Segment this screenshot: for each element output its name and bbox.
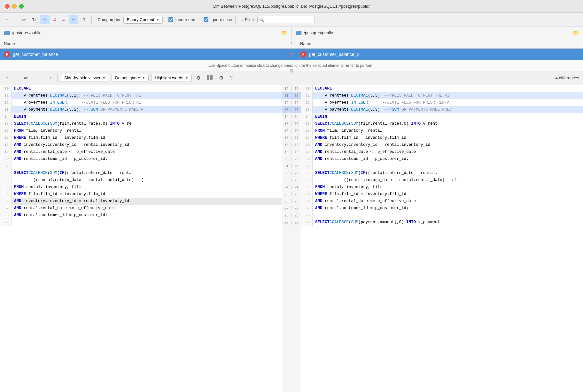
line-number-12: 21 <box>301 162 313 169</box>
line-content-11: AND rental.customer_id = p_customer_id; <box>12 155 282 162</box>
left-path-folder-icon[interactable]: 📁 <box>281 30 288 36</box>
close-button[interactable] <box>5 4 10 9</box>
minimize-button[interactable] <box>12 4 17 9</box>
line-number-14: 23 <box>301 176 313 184</box>
compare-by-dropdown[interactable]: Binary Content ▼ <box>123 16 163 24</box>
title-bar: Diff Between 'PostgreSQL 11://postgres/p… <box>0 0 583 13</box>
left-name-label: Name <box>4 41 15 46</box>
file-row[interactable]: F get_customer_balance ≠ F get_customer_… <box>0 49 583 60</box>
ignore-mode-dropdown[interactable]: Do not ignore ▼ <box>112 74 149 82</box>
svg-rect-4 <box>207 75 209 80</box>
gutter-line-1: 1010 <box>282 85 301 92</box>
left-col-header: Name <box>0 41 287 46</box>
svg-rect-3 <box>296 31 298 32</box>
line-content-6: SELECT COALESCE(SUM(film.rental_rate),0)… <box>313 120 583 127</box>
line-content-10: AND rental.rental_date <= p_effective_da… <box>12 148 282 155</box>
diff-container: 10DECLARE11 v_rentfees DECIMAL(5,2); --#… <box>0 85 583 392</box>
gutter-line-14: 2323 <box>282 176 301 184</box>
filter-section: » Filter: 🔍 <box>241 16 315 23</box>
line-content-7: FROM film, inventory, rental <box>12 127 282 134</box>
gutter-left-num-18: 27 <box>283 206 290 210</box>
gutter-right-num-4: 13 <box>293 108 300 112</box>
gutter-right-num-19: 28 <box>293 213 300 217</box>
line-content-18: AND rental.rental_date <= p_effective_da… <box>12 205 282 212</box>
right-path-pane: /postgres/public 📁 <box>292 27 583 39</box>
line-content-15: FROM rental, inventory, film <box>313 184 583 191</box>
diff-line-7: 16 FROM film, inventory, rental <box>0 127 282 134</box>
ignore-order-checkbox[interactable] <box>168 17 173 22</box>
left-file-name: get_customer_balance <box>13 52 58 57</box>
line-content-13: SELECT COALESCE(SUM(IF((rental.return_da… <box>12 169 282 176</box>
diff-line-14: 23 ((rental.return_date - rental.rental_… <box>0 176 282 184</box>
line-number-9: 18 <box>0 141 12 148</box>
gutter-line-9: 1818 <box>282 141 301 148</box>
down-btn[interactable]: ↓ <box>12 16 19 24</box>
separator-1 <box>91 16 92 24</box>
gutter-left-num-9: 18 <box>283 143 290 147</box>
viewer-mode-dropdown[interactable]: Side-by-side viewer ▼ <box>61 74 109 82</box>
next-diff-btn[interactable]: → <box>40 15 50 24</box>
line-content-17: AND rental.rental_date <= p_effective_da… <box>313 198 583 205</box>
compare-by-value: Binary Content <box>127 17 154 22</box>
gear-btn[interactable]: ⚙ <box>217 74 225 82</box>
star-label: * <box>291 41 292 46</box>
gutter-left-num-15: 24 <box>283 185 290 189</box>
viewer-mode-arrow: ▼ <box>102 76 105 80</box>
maximize-button[interactable] <box>19 4 24 9</box>
line-content-17: AND inventory.inventory_id = rental.inve… <box>12 198 282 205</box>
line-content-1: DECLARE <box>313 85 583 92</box>
line-number-2: 11 <box>301 92 313 99</box>
gutter-right-num-5: 14 <box>293 115 300 119</box>
line-content-6: SELECT COALESCE(SUM(film.rental_rate),0)… <box>12 120 282 127</box>
line-number-3: 12 <box>301 99 313 106</box>
diff-line-18: 27 AND rental.customer_id = p_customer_i… <box>301 205 583 212</box>
back-btn[interactable]: ← <box>69 15 78 24</box>
line-number-20: 29 <box>0 219 12 226</box>
ignore-case-checkbox[interactable] <box>204 17 208 22</box>
diff-line-15: 24 FROM rental, inventory, film <box>301 184 583 191</box>
help-btn[interactable]: ? <box>228 74 235 82</box>
viewer-toolbar: ↑ ↓ ✏ ← → Side-by-side viewer ▼ Do not i… <box>0 71 583 85</box>
line-content-9: AND inventory.inventory_id = rental.inve… <box>12 141 282 148</box>
line-number-14: 23 <box>0 176 12 184</box>
right-path-folder-icon[interactable]: 📁 <box>573 30 579 36</box>
line-content-10: AND rental.rental_date <= p_effective_da… <box>313 148 583 155</box>
up-btn[interactable]: ↑ <box>4 16 10 24</box>
line-content-12 <box>313 162 583 169</box>
refresh-btn[interactable]: ↻ <box>30 16 38 24</box>
merge-btn[interactable]: ⇑ <box>80 15 88 24</box>
line-content-20: SELECT COALESCE(SUM(payment.amount),0) I… <box>313 219 583 226</box>
right-path-text: /postgres/public <box>304 30 333 35</box>
next-change-btn[interactable]: ↓ <box>13 74 19 82</box>
info-bar-dot <box>290 69 293 73</box>
line-number-2: 11 <box>0 92 12 99</box>
settings-sliders-btn[interactable]: ⚙ <box>194 74 202 82</box>
line-number-13: 22 <box>301 169 313 176</box>
prev-change-btn[interactable]: ↑ <box>4 74 10 82</box>
edit-btn[interactable]: ✏ <box>20 16 28 24</box>
gutter-right-num-1: 10 <box>293 87 300 90</box>
diff-line-1: 10DECLARE <box>0 85 282 92</box>
line-number-4: 13 <box>0 106 12 113</box>
filter-label: » Filter: <box>241 17 255 22</box>
diff-line-2: 11 v_rentfees DECIMAL(5,3); --#FEES PAID… <box>301 92 583 99</box>
path-bar: /postgres/public 📁 /postgres/public 📁 <box>0 27 583 39</box>
line-number-7: 16 <box>0 127 12 134</box>
filter-input[interactable] <box>257 16 315 23</box>
align-btn[interactable]: ✏ <box>22 74 30 82</box>
ignore-case-label: Ignore case <box>210 17 232 22</box>
right-diff-pane: 10DECLARE11 v_rentfees DECIMAL(5,3); --#… <box>301 85 583 226</box>
gutter-left-num-19: 28 <box>283 213 290 217</box>
gutter-left-num-20: 29 <box>283 220 290 224</box>
line-content-5: BEGIN <box>12 113 282 120</box>
forward-nav-btn[interactable]: → <box>44 73 54 82</box>
equal-btn[interactable]: = <box>60 16 67 24</box>
back-nav-btn[interactable]: ← <box>32 73 42 82</box>
not-equal-btn[interactable]: ≠ <box>51 16 58 24</box>
diff-line-11: 20 AND rental.customer_id = p_customer_i… <box>301 155 583 162</box>
gutter-line-20: 2929 <box>282 219 301 226</box>
gutter-right-num-11: 20 <box>293 157 300 161</box>
highlight-mode-dropdown[interactable]: Highlight words ▼ <box>151 74 192 82</box>
line-number-11: 20 <box>0 155 12 162</box>
column-toggle-btn[interactable] <box>205 74 214 82</box>
